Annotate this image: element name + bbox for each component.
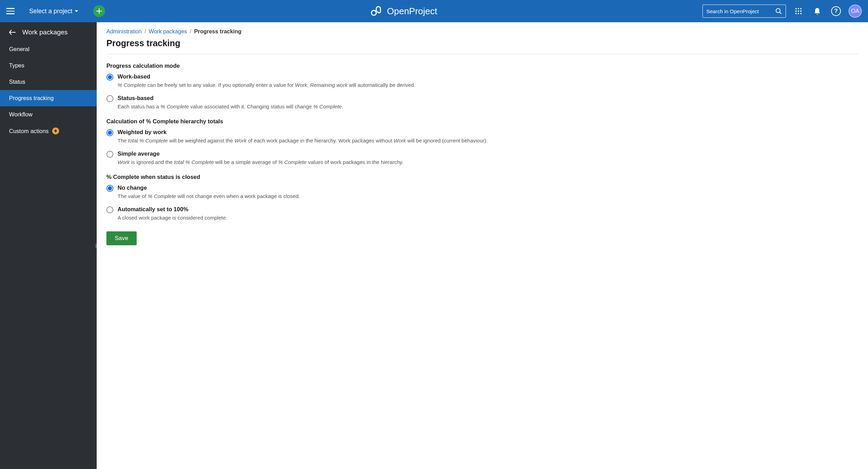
project-selector-label: Select a project	[29, 8, 72, 15]
svg-point-13	[800, 13, 802, 14]
radio-input[interactable]	[106, 151, 113, 158]
section-label: Calculation of % Complete hierarchy tota…	[106, 118, 858, 125]
help-icon: ?	[831, 6, 841, 16]
radio-option: Simple averageWork is ignored and the to…	[106, 150, 858, 166]
sidebar-title: Work packages	[22, 28, 68, 36]
radio-input[interactable]	[106, 95, 113, 102]
svg-line-4	[780, 13, 782, 14]
svg-point-9	[798, 10, 799, 12]
sidebar: Work packages GeneralTypesStatusProgress…	[0, 22, 97, 469]
avatar[interactable]: OA	[849, 5, 862, 18]
svg-point-10	[800, 10, 802, 12]
sidebar-item-label: Custom actions	[9, 128, 49, 134]
sidebar-item-label: Workflow	[9, 111, 33, 118]
breadcrumb: Administration / Work packages / Progres…	[106, 28, 858, 35]
radio-input[interactable]	[106, 185, 113, 192]
breadcrumb-link-work-packages[interactable]: Work packages	[149, 28, 187, 35]
radio-description: The total % Complete will be weighted ag…	[118, 137, 488, 145]
radio-option: Weighted by workThe total % Complete wil…	[106, 129, 858, 145]
radio-option: Status-basedEach status has a % Complete…	[106, 95, 858, 111]
svg-point-2	[371, 10, 376, 15]
layout: Work packages GeneralTypesStatusProgress…	[0, 22, 868, 469]
radio-description: Each status has a % Complete value assoc…	[118, 103, 343, 111]
radio-title: Weighted by work	[118, 129, 488, 135]
radio-input[interactable]	[106, 129, 113, 136]
brand-name: OpenProject	[387, 6, 437, 17]
radio-title: Work-based	[118, 73, 415, 80]
apps-icon[interactable]	[792, 5, 805, 17]
radio-content: Status-basedEach status has a % Complete…	[118, 95, 343, 111]
menu-icon[interactable]	[6, 7, 15, 15]
help-button[interactable]: ?	[830, 5, 842, 17]
svg-point-8	[795, 10, 797, 12]
sidebar-item-label: Status	[9, 79, 25, 85]
sidebar-item-label: Types	[9, 62, 24, 69]
plus-icon	[96, 8, 103, 15]
breadcrumb-link-administration[interactable]: Administration	[106, 28, 142, 35]
svg-point-5	[795, 8, 797, 9]
svg-point-3	[776, 9, 780, 13]
sidebar-item-status[interactable]: Status	[0, 74, 97, 90]
radio-title: Automatically set to 100%	[118, 206, 227, 213]
top-header: Select a project OpenProject	[0, 0, 868, 22]
bell-icon[interactable]	[811, 5, 823, 17]
radio-title: Status-based	[118, 95, 343, 101]
radio-input[interactable]	[106, 74, 113, 81]
radio-title: Simple average	[118, 150, 403, 157]
chevron-down-icon	[74, 9, 79, 13]
brand-logo-icon	[370, 6, 384, 16]
divider	[106, 54, 858, 54]
breadcrumb-current: Progress tracking	[194, 28, 241, 35]
page-title: Progress tracking	[106, 38, 858, 48]
sidebar-item-custom-actions[interactable]: Custom actions	[0, 123, 97, 139]
radio-group-closed: No changeThe value of % Complete will no…	[106, 184, 858, 222]
radio-option: No changeThe value of % Complete will no…	[106, 184, 858, 200]
svg-point-11	[795, 13, 797, 14]
radio-option: Automatically set to 100%A closed work p…	[106, 206, 858, 222]
header-center: OpenProject	[110, 6, 698, 17]
ee-badge-icon	[52, 127, 59, 134]
sidebar-item-progress-tracking[interactable]: Progress tracking	[0, 90, 97, 106]
project-selector[interactable]: Select a project	[29, 8, 79, 15]
global-search[interactable]	[702, 5, 786, 18]
sidebar-item-label: General	[9, 46, 30, 52]
radio-option: Work-based% Complete can be freely set t…	[106, 73, 858, 89]
section-label: Progress calculation mode	[106, 63, 858, 69]
sidebar-item-label: Progress tracking	[9, 95, 54, 101]
radio-content: Automatically set to 100%A closed work p…	[118, 206, 227, 222]
svg-point-7	[800, 8, 802, 9]
brand: OpenProject	[370, 6, 437, 17]
radio-content: No changeThe value of % Complete will no…	[118, 184, 300, 200]
sidebar-item-general[interactable]: General	[0, 41, 97, 57]
sidebar-collapse-handle[interactable]: ‖	[94, 241, 97, 250]
svg-rect-1	[96, 11, 102, 11]
radio-description: Work is ignored and the total % Complete…	[118, 158, 403, 166]
radio-description: A closed work package is considered comp…	[118, 214, 227, 222]
radio-content: Simple averageWork is ignored and the to…	[118, 150, 403, 166]
header-right: ? OA	[702, 5, 862, 18]
radio-group-hierarchy: Weighted by workThe total % Complete wil…	[106, 129, 858, 166]
search-input[interactable]	[706, 8, 772, 14]
main-content: Administration / Work packages / Progres…	[97, 22, 868, 469]
sidebar-back[interactable]: Work packages	[0, 22, 97, 41]
breadcrumb-separator: /	[144, 28, 146, 35]
radio-title: No change	[118, 184, 300, 191]
section-label: % Complete when status is closed	[106, 174, 858, 180]
avatar-initials: OA	[851, 8, 859, 14]
svg-point-6	[798, 8, 799, 9]
save-button[interactable]: Save	[106, 231, 137, 245]
add-button[interactable]	[93, 5, 105, 17]
radio-input[interactable]	[106, 206, 113, 213]
sidebar-item-workflow[interactable]: Workflow	[0, 106, 97, 123]
sidebar-item-types[interactable]: Types	[0, 57, 97, 74]
arrow-left-icon	[9, 30, 16, 35]
radio-content: Work-based% Complete can be freely set t…	[118, 73, 415, 89]
radio-group-calc-mode: Work-based% Complete can be freely set t…	[106, 73, 858, 110]
radio-description: The value of % Complete will not change …	[118, 192, 300, 200]
radio-description: % Complete can be freely set to any valu…	[118, 81, 415, 89]
svg-point-12	[798, 13, 799, 14]
radio-content: Weighted by workThe total % Complete wil…	[118, 129, 488, 145]
search-icon	[775, 8, 782, 15]
breadcrumb-separator: /	[190, 28, 191, 35]
